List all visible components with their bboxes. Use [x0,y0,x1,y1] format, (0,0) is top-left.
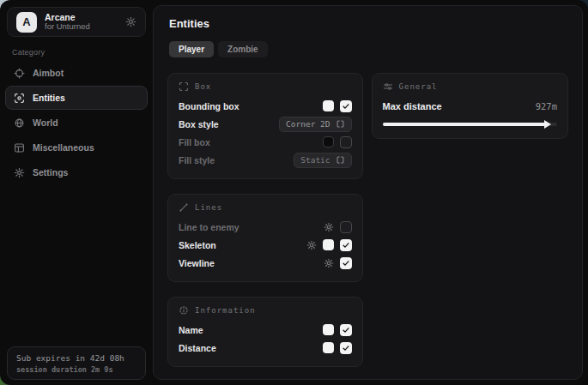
layout-icon [14,142,25,153]
arcane-logo: A [16,12,37,33]
sliders-icon [383,81,393,92]
dropdown-value: Static [300,155,330,165]
information-section-card: Information Name Distance [167,297,363,367]
section-title: Lines [195,203,222,212]
tab-zombie[interactable]: Zombie [218,41,268,57]
skeleton-checkbox[interactable] [340,239,352,251]
sidebar-item-label: Miscellaneous [33,142,94,153]
subscription-status-box: Sub expires in 42d 08h session duration … [7,346,146,380]
sidebar-item-label: Entities [33,93,65,103]
name-row: Name [179,321,352,339]
fill-style-row: Fill style Static [179,151,352,169]
row-label: Bounding box [179,101,239,111]
sidebar-item-world[interactable]: World [5,111,148,135]
row-label: Viewline [179,258,215,268]
slider-thumb-arrow[interactable] [544,120,551,129]
section-title: Box [195,82,211,91]
fill-box-checkbox[interactable] [340,136,352,148]
box-section-card: Box Bounding box Box style Corne [167,73,363,179]
sidebar-item-entities[interactable]: Entities [5,86,148,110]
row-label: Name [179,325,203,335]
box-corners-icon [179,81,189,92]
row-label: Fill box [179,137,210,147]
row-label: Distance [179,343,216,353]
category-label: Category [12,48,45,57]
row-label: Skeleton [179,240,216,250]
select-brackets-icon [336,155,345,165]
sidebar-item-label: Aimbot [33,68,64,78]
max-distance-value: 927m [536,101,557,111]
name-color-swatch[interactable] [323,324,334,335]
gear-icon[interactable] [324,258,334,268]
distance-row: Distance [179,339,352,357]
viewline-checkbox[interactable] [340,257,352,269]
max-distance-row: Max distance 927m [383,97,557,115]
gear-icon[interactable] [324,222,334,232]
fill-box-row: Fill box [179,133,352,151]
sub-expires-text: Sub expires in 42d 08h [16,353,136,363]
general-section-card: General Max distance 927m [372,73,568,139]
row-label: Box style [179,119,219,129]
bounding-box-row: Bounding box [179,97,352,115]
arcane-menu-window: A Arcane for Unturned Category Aimbot En… [0,0,588,385]
gear-icon [14,167,25,178]
line-to-enemy-row: Line to enemy [179,218,352,236]
brand-subtitle: for Unturned [45,22,118,32]
bounding-box-checkbox[interactable] [340,100,352,112]
viewline-row: Viewline [179,254,352,272]
sidebar-item-label: World [33,117,58,128]
section-title: General [399,82,438,91]
skeleton-color-swatch[interactable] [323,239,334,250]
sidebar-item-settings[interactable]: Settings [5,160,148,184]
box-style-dropdown[interactable]: Corner 2D [279,117,351,132]
gear-icon[interactable] [306,240,317,250]
row-label: Fill style [179,155,215,165]
diagonal-line-icon [179,202,189,213]
section-header: Box [179,81,352,92]
entity-tabs: Player Zombie [169,41,568,57]
row-label: Line to enemy [179,222,239,232]
info-icon [179,305,189,316]
box-style-row: Box style Corner 2D [179,115,352,133]
bounding-box-color-swatch[interactable] [323,100,334,111]
skeleton-row: Skeleton [179,236,352,254]
distance-color-swatch[interactable] [323,342,334,353]
row-label: Max distance [383,101,442,111]
section-header: Information [179,305,352,316]
session-duration-text: session duration 2m 9s [16,365,136,374]
brand-card: A Arcane for Unturned [7,7,146,37]
globe-icon [14,117,25,129]
fill-box-color-swatch[interactable] [323,136,334,147]
main-panel: Entities Player Zombie Box Bounding box [153,5,583,380]
page-title: Entities [169,17,568,30]
section-header: General [383,81,557,92]
gear-icon[interactable] [125,16,136,27]
scan-icon [14,93,25,104]
fill-style-dropdown[interactable]: Static [294,153,351,168]
crosshair-icon [14,68,25,79]
name-checkbox[interactable] [340,324,352,336]
sidebar: A Arcane for Unturned Category Aimbot En… [0,0,153,385]
dropdown-value: Corner 2D [286,119,330,129]
sidebar-item-aimbot[interactable]: Aimbot [5,61,148,85]
sidebar-item-label: Settings [33,167,68,177]
sidebar-item-miscellaneous[interactable]: Miscellaneous [5,135,148,159]
max-distance-slider[interactable] [383,120,557,129]
tab-player[interactable]: Player [169,41,214,57]
lines-section-card: Lines Line to enemy Skeleton [167,194,363,282]
content-columns: Box Bounding box Box style Corne [167,73,568,367]
left-column: Box Bounding box Box style Corne [167,73,363,367]
right-column: General Max distance 927m [372,73,568,367]
line-to-enemy-checkbox[interactable] [340,221,352,233]
slider-fill [383,123,545,126]
section-header: Lines [179,202,352,213]
distance-checkbox[interactable] [340,342,352,354]
brand-text: Arcane for Unturned [45,12,118,32]
section-title: Information [195,306,256,315]
sidebar-nav: Aimbot Entities World Miscellaneous [5,61,148,184]
select-brackets-icon [336,119,345,129]
